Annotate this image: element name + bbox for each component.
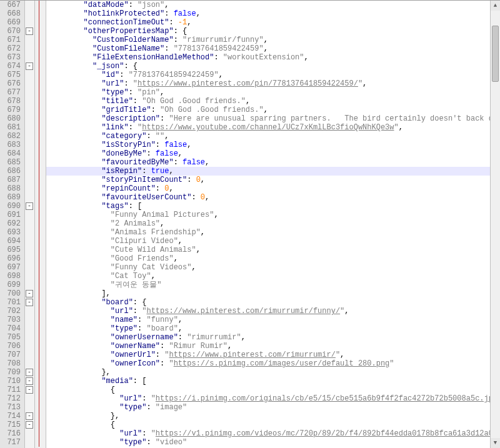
code-line[interactable]: "favouritedByMe": false, — [46, 158, 500, 167]
line-number[interactable]: 710 — [0, 377, 21, 386]
fold-toggle[interactable]: - — [26, 290, 33, 297]
code-line[interactable]: "Animals Friendship", — [46, 228, 500, 237]
code-line[interactable]: "media": [ — [46, 377, 500, 386]
code-line[interactable]: { — [46, 386, 500, 394]
code-line[interactable]: "hotlinkProtected": false, — [46, 9, 500, 18]
code-line[interactable]: "otherPropertiesMap": { — [46, 27, 500, 36]
line-number[interactable]: 685 — [0, 158, 21, 167]
code-line[interactable]: "favouriteUserCount": 0, — [46, 193, 500, 202]
code-line[interactable]: "_json": { — [46, 62, 500, 71]
line-number[interactable]: 667 — [0, 1, 21, 9]
code-line[interactable]: "Clipuri Video", — [46, 237, 500, 246]
code-line[interactable]: "FileExtensionHandleMethod": "workoutExt… — [46, 53, 500, 62]
line-number[interactable]: 668 — [0, 9, 21, 18]
code-line[interactable]: "2 Animals", — [46, 219, 500, 228]
line-number-gutter[interactable]: 6676686696706716726736746756766776786796… — [0, 1, 25, 448]
line-number[interactable]: 715 — [0, 421, 21, 429]
code-line[interactable]: "type": "image" — [46, 403, 500, 412]
line-number[interactable]: 707 — [0, 351, 21, 359]
code-line[interactable]: "isRepin": true, — [46, 167, 500, 176]
line-number[interactable]: 679 — [0, 106, 21, 114]
code-line[interactable]: "Good Friends", — [46, 254, 500, 263]
code-line[interactable]: "ownerUsername": "rimurrumir", — [46, 333, 500, 342]
code-line[interactable]: "type": "pin", — [46, 88, 500, 97]
fold-toggle[interactable]: - — [26, 299, 33, 306]
fold-column[interactable]: ---------- — [25, 1, 35, 448]
line-number[interactable]: 677 — [0, 88, 21, 97]
line-number[interactable]: 673 — [0, 53, 21, 62]
line-number[interactable]: 678 — [0, 97, 21, 106]
line-number[interactable]: 708 — [0, 359, 21, 368]
code-area[interactable]: "dataMode": "json", "hotlinkProtected": … — [46, 1, 500, 448]
fold-toggle[interactable]: - — [26, 377, 33, 385]
line-number[interactable]: 713 — [0, 403, 21, 412]
line-number[interactable]: 714 — [0, 412, 21, 421]
line-number[interactable]: 686 — [0, 167, 21, 176]
line-number[interactable]: 669 — [0, 18, 21, 27]
line-number[interactable]: 700 — [0, 289, 21, 298]
code-line[interactable]: "url": "https://www.pinterest.com/pin/77… — [46, 79, 500, 88]
code-line[interactable]: "gridTitle": "Oh God .Good friends.", — [46, 106, 500, 114]
line-number[interactable]: 705 — [0, 333, 21, 342]
line-number[interactable]: 702 — [0, 307, 21, 316]
code-line[interactable]: "ownerIcon": "https://s.pinimg.com/image… — [46, 359, 500, 368]
code-line[interactable]: "Funny Cat Videos", — [46, 263, 500, 272]
scroll-up-button[interactable]: ▲ — [491, 1, 500, 11]
fold-toggle[interactable]: - — [26, 27, 33, 35]
fold-toggle[interactable]: - — [26, 369, 33, 376]
vertical-scrollbar[interactable]: ▲ ▼ — [490, 1, 500, 448]
line-number[interactable]: 674 — [0, 62, 21, 71]
line-number[interactable]: 696 — [0, 254, 21, 263]
line-number[interactable]: 693 — [0, 228, 21, 237]
line-number[interactable]: 703 — [0, 316, 21, 324]
fold-toggle[interactable]: - — [26, 202, 33, 210]
line-number[interactable]: 670 — [0, 27, 21, 36]
code-line[interactable]: "type": "board", — [46, 324, 500, 333]
line-number[interactable]: 709 — [0, 368, 21, 377]
line-number[interactable]: 706 — [0, 342, 21, 351]
code-line[interactable]: "id": "778137641859422459", — [46, 71, 500, 79]
line-number[interactable]: 694 — [0, 237, 21, 246]
code-line[interactable]: "url": "https://i.pinimg.com/originals/c… — [46, 394, 500, 403]
code-line[interactable]: "귀여운 동물" — [46, 281, 500, 289]
line-number[interactable]: 697 — [0, 263, 21, 272]
code-line[interactable]: "Cute Wild Animals", — [46, 246, 500, 254]
code-line[interactable]: "isStoryPin": false, — [46, 141, 500, 149]
code-line[interactable]: "doneByMe": false, — [46, 149, 500, 158]
code-line[interactable]: "url": "https://v1.pinimg.com/videos/mc/… — [46, 429, 500, 438]
line-number[interactable]: 701 — [0, 298, 21, 307]
code-line[interactable]: }, — [46, 412, 500, 421]
line-number[interactable]: 675 — [0, 71, 21, 79]
code-line[interactable]: "storyPinItemCount": 0, — [46, 176, 500, 184]
fold-toggle[interactable]: - — [26, 421, 33, 429]
code-line[interactable]: "connectionTimeOut": -1, — [46, 18, 500, 27]
scroll-down-button[interactable]: ▼ — [491, 438, 500, 448]
line-number[interactable]: 687 — [0, 176, 21, 184]
code-line[interactable]: "category": "", — [46, 132, 500, 141]
line-number[interactable]: 711 — [0, 386, 21, 394]
code-line[interactable]: ], — [46, 289, 500, 298]
line-number[interactable]: 681 — [0, 123, 21, 132]
code-line[interactable]: "Funny Animal Pictures", — [46, 211, 500, 219]
line-number[interactable]: 699 — [0, 281, 21, 289]
code-line[interactable]: "CustomFileName": "778137641859422459", — [46, 44, 500, 53]
code-line[interactable]: "title": "Oh God .Good friends.", — [46, 97, 500, 106]
code-line[interactable]: "repinCount": 0, — [46, 184, 500, 193]
line-number[interactable]: 716 — [0, 429, 21, 438]
line-number[interactable]: 717 — [0, 438, 21, 447]
code-line[interactable]: "description": "Here are unusual sparrin… — [46, 114, 500, 123]
fold-toggle[interactable]: - — [26, 412, 33, 420]
code-line[interactable]: { — [46, 421, 500, 429]
line-number[interactable]: 692 — [0, 219, 21, 228]
code-line[interactable]: "type": "video" — [46, 438, 500, 447]
line-number[interactable]: 689 — [0, 193, 21, 202]
line-number[interactable]: 684 — [0, 149, 21, 158]
line-number[interactable]: 698 — [0, 272, 21, 281]
line-number[interactable]: 671 — [0, 36, 21, 44]
line-number[interactable]: 695 — [0, 246, 21, 254]
fold-toggle[interactable]: - — [26, 386, 33, 394]
line-number[interactable]: 704 — [0, 324, 21, 333]
code-line[interactable]: "link": "https://www.youtube.com/channel… — [46, 123, 500, 132]
line-number[interactable]: 672 — [0, 44, 21, 53]
code-line[interactable]: "Cat Toy", — [46, 272, 500, 281]
